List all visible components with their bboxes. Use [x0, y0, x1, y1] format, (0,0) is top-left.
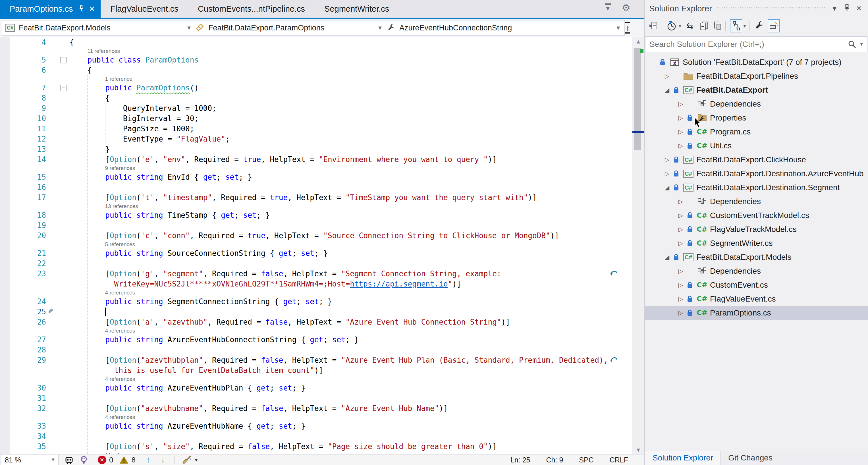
code-line-14[interactable]: 14 [Option('e', "env", Required = true, … [0, 154, 632, 164]
code-line-8[interactable]: 8 { [0, 93, 632, 103]
code-line-7[interactable]: 7− public ParamOptions() [0, 83, 632, 93]
expand-arrow-icon[interactable]: ▷ [676, 240, 685, 247]
collapse-arrow-icon[interactable]: ◢ [663, 254, 671, 261]
properties-wrench-icon[interactable] [754, 20, 766, 32]
tree-item-dependencies[interactable]: ▷Dependencies [645, 264, 868, 278]
tree-item-flagvaluetrackmodel-cs[interactable]: ▷C#FlagValueTrackModel.cs [645, 222, 868, 236]
expand-arrow-icon[interactable]: ▷ [676, 268, 685, 275]
zoom-selector[interactable]: 81 %▼ [1, 455, 59, 465]
codelens-references[interactable]: 9 references [105, 164, 135, 172]
split-editor-handle[interactable]: ↕ [621, 21, 634, 34]
code-line-21[interactable]: 21 public string SourceConnectionString … [0, 248, 632, 258]
tree-item-flagvalueevent-cs[interactable]: ▷C#FlagValueEvent.cs [645, 292, 868, 306]
window-list-icon[interactable]: ▼ [605, 3, 611, 12]
tree-item-program-cs[interactable]: ▷C#Program.cs [645, 125, 868, 139]
code-line-30[interactable]: 30 public string AzureEventHubPlan { get… [0, 383, 632, 393]
tree-item-featbit-dataexport-models[interactable]: ◢C#FeatBit.DataExport.Models [645, 250, 868, 264]
code-line-24[interactable]: 24 public string SegmentConnectionString… [0, 297, 632, 307]
warnings-icon[interactable] [119, 456, 128, 464]
scroll-down-icon[interactable]: ▼ [632, 446, 644, 454]
chevron-down-icon[interactable]: ▼ [678, 24, 682, 28]
close-icon[interactable]: ✕ [856, 4, 862, 12]
codelens-references[interactable]: 12 references [105, 452, 138, 454]
expand-arrow-icon[interactable]: ▷ [676, 143, 685, 149]
code-line-27[interactable]: 27 public string AzureEventHubConnection… [0, 335, 632, 345]
solution-explorer-search[interactable]: ▼ [645, 36, 867, 52]
search-input[interactable] [646, 39, 848, 49]
search-icon[interactable] [848, 40, 856, 49]
code-line-18[interactable]: 18 public string TimeStamp { get; set; } [0, 210, 632, 220]
code-line-35[interactable]: 35 [Option('s', "size", Required = false… [0, 441, 632, 452]
tree-item-customevent-cs[interactable]: ▷C#CustomEvent.cs [645, 278, 868, 292]
error-count[interactable]: 0 [109, 456, 113, 464]
expand-arrow-icon[interactable]: ▷ [676, 115, 685, 121]
codelens-references[interactable]: 1 reference [105, 75, 132, 83]
type-dropdown[interactable]: FeatBit.DataExport.ParamOptions▼ [193, 20, 386, 35]
document-tab[interactable]: FlagValueEvent.cs [101, 0, 188, 18]
sync-icon[interactable]: ⇆ [684, 20, 696, 32]
code-line-19[interactable]: 19 [0, 220, 632, 230]
collapse-region-box[interactable]: − [60, 85, 66, 91]
code-line-11[interactable]: 11 PageSize = 1000; [0, 124, 632, 134]
line-ending-indicator[interactable]: CRLF [610, 456, 628, 464]
close-icon[interactable]: ✕ [89, 4, 95, 13]
project-dropdown[interactable]: C# FeatBit.DataExport.Models▼ [2, 20, 195, 35]
code-line-5[interactable]: 5− public class ParamOptions [0, 55, 632, 65]
tree-item-featbit-dataexport-destination-azureeven[interactable]: ▷C#FeatBit.DataExport.Destination.AzureE… [645, 166, 868, 181]
code-line-12[interactable]: 12 EventType = "FlagValue"; [0, 134, 632, 144]
scrollbar-thumb[interactable] [634, 48, 641, 150]
chevron-down-icon[interactable]: ▼ [194, 458, 198, 462]
tree-item-featbit-dataexport-destination-segment[interactable]: ◢C#FeatBit.DataExport.Destination.Segmen… [645, 181, 868, 194]
code-line-29[interactable]: 29 [Option("azevthubplan", Required = fa… [0, 355, 632, 365]
expand-arrow-icon[interactable]: ▷ [676, 226, 685, 233]
tree-item-segmentwriter-cs[interactable]: ▷C#SegmentWriter.cs [645, 236, 868, 250]
code-line-25[interactable]: 25✎ [0, 307, 632, 317]
expand-arrow-icon[interactable]: ▷ [676, 198, 685, 205]
collapse-region-box[interactable]: − [60, 57, 66, 63]
code-line-13[interactable]: 13 } [0, 144, 632, 154]
show-all-files-icon[interactable] [712, 20, 723, 32]
drag-texture[interactable] [716, 6, 827, 10]
column-indicator[interactable]: Ch: 9 [546, 456, 563, 464]
pin-icon[interactable] [844, 4, 850, 13]
expand-arrow-icon[interactable]: ▷ [663, 170, 671, 177]
errors-icon[interactable]: ✕ [98, 456, 106, 464]
next-issue-icon[interactable]: ↓ [161, 456, 165, 464]
collapse-all-icon[interactable] [698, 20, 709, 32]
preview-selected-items-icon[interactable] [768, 19, 780, 32]
codelens-references[interactable]: 4 references [105, 289, 135, 297]
switch-views-icon[interactable] [647, 20, 659, 32]
code-line-28[interactable]: 28 [0, 345, 632, 355]
code-line-6[interactable]: 6 { [0, 65, 632, 75]
tree-item-dependencies[interactable]: ▷Dependencies [645, 97, 868, 111]
code-line-wrap[interactable]: this is useful for EventDataBatch item c… [0, 365, 632, 375]
solution-explorer-header[interactable]: Solution Explorer ▼ ✕ [645, 2, 868, 16]
scroll-up-icon[interactable]: ▲ [632, 37, 644, 46]
code-line-31[interactable]: 31 [0, 393, 632, 403]
code-line-33[interactable]: 33 public string AzureEventHubName { get… [0, 421, 632, 431]
chevron-down-icon[interactable]: ▼ [859, 42, 864, 47]
code-line-34[interactable]: 34 [0, 431, 632, 441]
code-line-17[interactable]: 17 [Option('t', "timestamp", Required = … [0, 192, 632, 203]
document-tab[interactable]: CustomEvents...ntPipeline.cs [188, 0, 315, 18]
code-editor[interactable]: 4{11 references5− public class ParamOpti… [0, 37, 644, 454]
document-health-icon[interactable] [65, 456, 73, 464]
chevron-down-icon[interactable]: ▼ [831, 4, 838, 12]
expand-arrow-icon[interactable]: ▷ [676, 128, 685, 135]
code-cleanup-broom-icon[interactable]: ✦✦ [181, 455, 192, 464]
codelens-references[interactable]: 4 references [105, 413, 135, 421]
encoding-indicator[interactable]: SPC [579, 456, 593, 464]
tree-item-paramoptions-cs[interactable]: ▷C#ParamOptions.cs [645, 306, 868, 320]
tree-item-customeventtrackmodel-cs[interactable]: ▷C#CustomEventTrackModel.cs [645, 208, 868, 222]
code-line-4[interactable]: 4{ [0, 37, 632, 48]
expand-arrow-icon[interactable]: ▷ [676, 282, 685, 288]
expand-arrow-icon[interactable]: ▷ [663, 73, 671, 80]
panel-tab-solution-explorer[interactable]: Solution Explorer [645, 451, 721, 465]
pending-changes-filter-icon[interactable] [666, 20, 677, 32]
tree-item-featbit-dataexport-pipelines[interactable]: ▷FeatBit.DataExport.Pipelines [645, 69, 868, 83]
tree-item-featbit-dataexport[interactable]: ◢C#FeatBit.DataExport [645, 83, 868, 97]
code-line-wrap[interactable]: WriteKey=NUc5S2Jl*****xOVN1eGhLQ29T**1Sa… [0, 279, 632, 289]
expand-arrow-icon[interactable]: ▷ [676, 212, 685, 219]
code-line-22[interactable]: 22 [0, 258, 632, 269]
codelens-references[interactable]: 5 references [105, 241, 135, 248]
